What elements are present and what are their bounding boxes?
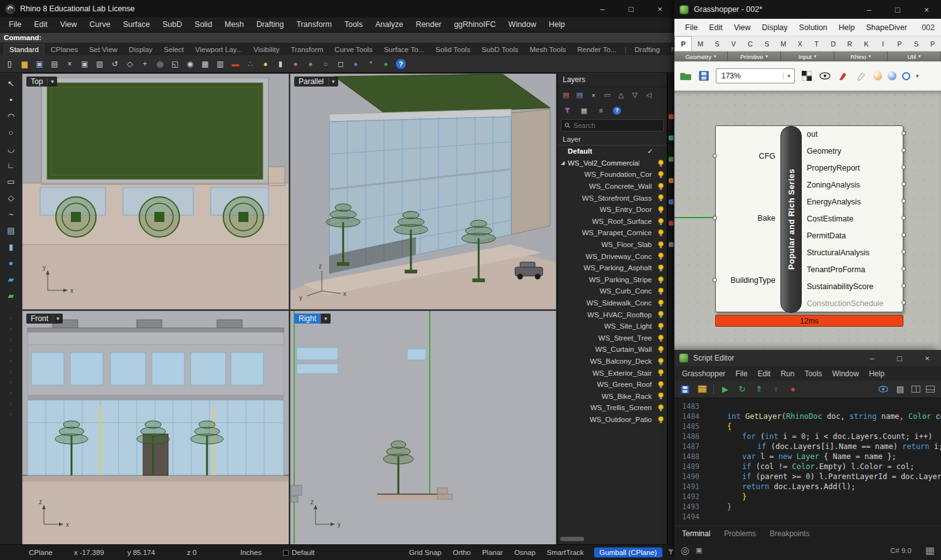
panel-collapse-icon[interactable]: ▫ xyxy=(8,357,15,364)
layer-visibility-bulb-icon[interactable] xyxy=(657,369,664,377)
new-layer-icon[interactable]: ▤ xyxy=(561,90,571,100)
save-script-icon[interactable] xyxy=(679,384,691,395)
menu-edit[interactable]: Edit xyxy=(28,18,54,32)
layer-row-ws-hvac-rooftop[interactable]: WS_HVAC_Rooftop xyxy=(558,309,667,320)
gh-output-constructionschedule[interactable]: ConstructionSchedule xyxy=(802,295,903,312)
help-icon[interactable]: ? xyxy=(396,59,406,69)
gh-output-zoninganalysis[interactable]: ZoningAnalysis xyxy=(802,177,903,194)
layer-row-ws-balcony-deck[interactable]: WS_Balcony_Deck xyxy=(558,356,667,367)
close-button[interactable]: × xyxy=(646,0,674,18)
layer-visibility-bulb-icon[interactable] xyxy=(657,218,664,226)
menu-surface[interactable]: Surface xyxy=(117,18,156,32)
select-tool-icon[interactable]: ↖ xyxy=(4,78,19,90)
output-socket[interactable] xyxy=(901,283,906,288)
menu-help[interactable]: Help xyxy=(543,18,572,32)
layer-row-ws-floor-slab[interactable]: WS_Floor_Slab xyxy=(558,239,667,251)
point-tool-icon[interactable]: • xyxy=(4,94,19,106)
layer-row-ws-concrete-wall[interactable]: WS_Concrete_Wall xyxy=(558,181,667,193)
se-menu-window[interactable]: Window xyxy=(827,369,864,378)
toolbar-tab-set-view[interactable]: Set View xyxy=(84,45,122,55)
category-geometry[interactable]: Geometry▾ xyxy=(674,51,728,61)
solid-tool-icon[interactable]: ▮ xyxy=(4,241,19,253)
zoom-chevron-icon[interactable]: ▾ xyxy=(783,73,794,79)
gh-tab-13-p[interactable]: P xyxy=(891,36,908,51)
package-icon[interactable] xyxy=(696,384,708,395)
menu-tools[interactable]: Tools xyxy=(338,18,369,32)
viewport-layout-icon[interactable]: ▦ xyxy=(198,57,212,71)
layer-row-ws-vol2-commercials[interactable]: ◢WS_Vol2_CommercialS xyxy=(558,157,667,169)
se-menu-grasshopper[interactable]: Grasshopper xyxy=(677,369,730,378)
gh-tab-5-s[interactable]: S xyxy=(758,36,775,51)
gh-output-energyanalysis[interactable]: EnergyAnalysis xyxy=(802,194,903,211)
layer-row-ws-green-roof[interactable]: WS_Green_Roof xyxy=(558,379,667,391)
output-socket[interactable] xyxy=(901,131,906,135)
component-capsule[interactable]: Popular and Rich Series xyxy=(780,126,802,313)
category-input[interactable]: Input▾ xyxy=(781,51,834,61)
layer-visibility-bulb-icon[interactable] xyxy=(657,287,664,295)
grid-view-icon[interactable]: ▦ xyxy=(579,105,589,115)
sphere-tool-icon[interactable]: ● xyxy=(4,257,19,269)
category-rhino[interactable]: Rhino▾ xyxy=(834,51,888,61)
gh-tab-0-p[interactable]: P xyxy=(674,36,692,51)
paint-white-icon[interactable] xyxy=(855,70,868,82)
layer-row-ws-street-tree[interactable]: WS_Street_Tree xyxy=(558,332,667,344)
layer-row-ws-trellis-screen[interactable]: WS_Trellis_Screen xyxy=(558,402,667,414)
zoom-selected-icon[interactable]: ◉ xyxy=(183,57,197,71)
gh-output-structuralanalysis[interactable]: StructuralAnalysis xyxy=(802,244,903,261)
layer-row-ws-foundation-cor[interactable]: WS_Foundation_Cor xyxy=(558,169,667,181)
new-document-icon[interactable]: ▯ xyxy=(3,57,16,71)
polyline-tool-icon[interactable]: ∟ xyxy=(4,159,19,171)
gh-tab-9-d[interactable]: D xyxy=(825,36,841,51)
expand-branch-icon[interactable]: ◢ xyxy=(561,160,565,166)
output-socket[interactable] xyxy=(901,233,906,237)
viewport-title-top[interactable]: Top xyxy=(26,77,47,87)
output-socket[interactable] xyxy=(901,300,906,305)
output-socket[interactable] xyxy=(901,267,906,271)
toggle-planar[interactable]: Planar xyxy=(482,549,502,556)
menu-solid[interactable]: Solid xyxy=(188,18,218,32)
toolbar-tab-drafting[interactable]: Drafting xyxy=(630,45,665,55)
menu-window[interactable]: Window xyxy=(502,18,542,32)
reset-script-icon[interactable]: ↻ xyxy=(736,384,748,395)
gh-output-out[interactable]: out xyxy=(802,126,903,143)
se-menu-file[interactable]: File xyxy=(730,369,752,378)
toolbar-tab-solid-tools[interactable]: Solid Tools xyxy=(430,45,475,55)
pan-icon[interactable]: ◇ xyxy=(123,57,137,71)
copy-icon[interactable]: ▣ xyxy=(78,57,92,71)
publish-up-icon[interactable]: ⇑ xyxy=(753,384,765,395)
grasshopper-canvas[interactable]: Popular and Rich Series outGeometryPrope… xyxy=(674,91,941,350)
car-icon[interactable]: ▬ xyxy=(228,57,242,71)
panel-collapse-icon[interactable]: ▫ xyxy=(8,325,15,332)
zoom-icon[interactable]: ◎ xyxy=(153,57,167,71)
blue-sphere-icon[interactable]: ● xyxy=(349,57,363,71)
new-sublayer-icon[interactable]: ▤ xyxy=(575,90,585,100)
panel-icon[interactable]: ▣ xyxy=(696,546,702,554)
output-socket[interactable] xyxy=(901,250,906,254)
gh-menu-view[interactable]: View xyxy=(728,23,757,32)
layer-row-default[interactable]: Default✓ xyxy=(558,145,667,157)
gh-menu-shapediver[interactable]: ShapeDiver xyxy=(860,23,912,32)
layer-visibility-bulb-icon[interactable] xyxy=(657,252,664,260)
rectangle-tool-icon[interactable]: ▭ xyxy=(4,176,19,188)
layer-search-box[interactable] xyxy=(561,119,664,132)
maximize-button[interactable]: □ xyxy=(883,0,912,19)
gh-tab-4-c[interactable]: C xyxy=(742,36,758,51)
layer-visibility-bulb-icon[interactable] xyxy=(657,322,664,330)
se-menu-help[interactable]: Help xyxy=(864,369,890,378)
menu-render[interactable]: Render xyxy=(410,18,448,32)
toolbar-tab-select[interactable]: Select xyxy=(159,45,189,55)
close-button[interactable]: × xyxy=(913,350,941,366)
input-socket[interactable] xyxy=(713,278,717,282)
panel-collapse-icon[interactable]: ▫ xyxy=(8,336,15,342)
move-icon[interactable]: + xyxy=(138,57,152,71)
layer-row-ws-exterior-stair[interactable]: WS_Exterior_Stair xyxy=(558,367,667,379)
layer-visibility-bulb-icon[interactable] xyxy=(657,404,664,412)
run-script-icon[interactable]: ▶ xyxy=(720,384,731,395)
polygon-tool-icon[interactable]: ◇ xyxy=(4,192,19,204)
output-socket[interactable] xyxy=(901,182,906,186)
viewport-parallel[interactable]: z x y Parallel ▾ xyxy=(290,74,556,309)
selection-filter-icon[interactable]: ◻ xyxy=(334,57,348,71)
gh-tab-10-r[interactable]: R xyxy=(841,36,858,51)
toolbar-tab-render-to[interactable]: Render To... xyxy=(572,45,621,55)
command-line[interactable]: Command: xyxy=(0,33,674,43)
